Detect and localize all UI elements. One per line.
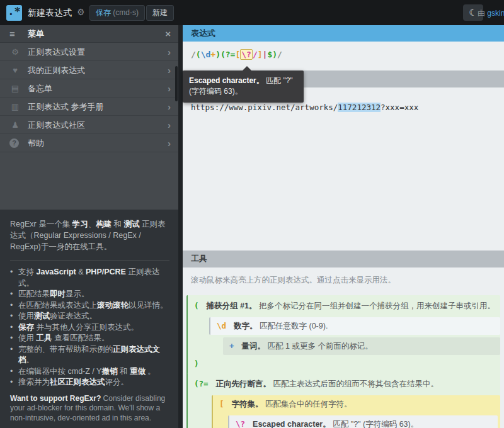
chevron-right-icon: ›: [168, 134, 171, 152]
menu-header: ≡ 菜单 ×: [0, 25, 178, 43]
list-item: 使用 工具 查看匹配结果。: [10, 333, 169, 344]
divider: [10, 260, 169, 261]
explain-box-charset: [字符集。 匹配集合中的任何字符。 \?Escaped character。 匹…: [212, 395, 500, 428]
explain-row-charset[interactable]: [字符集。 匹配集合中的任何字符。: [213, 395, 500, 413]
moon-icon: ☾: [469, 7, 477, 18]
help-icon: ?: [9, 138, 19, 148]
list-item: 在匹配结果或表达式上滚动滚轮以见详情。: [10, 300, 169, 312]
sidebar-scrollbar[interactable]: [175, 66, 178, 101]
explain-group-block: (捕获分组 #1。 把多个标记分在同一组并创建一个捕获分组，用来创建子串或引用。…: [186, 295, 500, 376]
save-button[interactable]: 保存 (cmd-s): [89, 5, 145, 21]
token-tooltip: Escaped character。 匹配 "?" (字符编码 63)。: [183, 70, 304, 103]
close-icon[interactable]: ×: [165, 25, 171, 43]
feature-list: 支持 JavaScript & PHP/PCRE 正则表达式。 匹配结果即时显示…: [10, 267, 169, 388]
explain-row-quantifier[interactable]: +量词。 匹配 1 或更多 个前面的标记。: [223, 337, 500, 355]
list-item: 在编辑器中按 cmd-Z / Y撤销 和 重做 。: [10, 366, 169, 378]
menu-title: 菜单: [28, 29, 44, 38]
expression-settings-gear-icon[interactable]: ⚙: [77, 7, 85, 17]
list-item: 支持 JavaScript & PHP/PCRE 正则表达式。: [10, 267, 169, 289]
list-item: 使用测试验证表达式。: [10, 311, 169, 322]
tooltip-arrow-icon: [243, 66, 251, 70]
explain-box-digit: \d数字。 匹配任意数字 (0-9).: [209, 317, 500, 335]
sidebar-item-reference[interactable]: ▥ 正则表达式 参考手册 ›: [0, 98, 178, 116]
regexr-app: .* 新建表达式 ⚙ 保存 (cmd-s) 新建 ☾ 由 gskin ≡ 菜单 …: [0, 0, 504, 428]
tools-hint: 滚动鼠标来高亮上方的正则表达式。通过点击来显示用法。: [191, 275, 396, 286]
sidebar-menu: ≡ 菜单 × ⚙ 正则表达式设置 › ♥ 我的正则表达式 › ▤ 备忘单 › ▥…: [0, 25, 178, 428]
heart-icon: ♥: [9, 61, 21, 79]
list-item: 完整的、带有帮助和示例的正则表达式文档。: [10, 344, 169, 366]
explain-row-lookahead[interactable]: (?=正向先行断言。 匹配主表达式后面的组而不将其包含在结果中。: [188, 375, 500, 393]
chevron-right-icon: ›: [168, 98, 171, 116]
explain-box-quantifier: +量词。 匹配 1 或更多 个前面的标记。: [223, 337, 500, 355]
sidebar-item-community[interactable]: ♟ 正则表达式社区 ›: [0, 116, 178, 134]
expression-input[interactable]: /(\d+)(?=[\?/]|$)/: [191, 50, 282, 59]
tools-panel-header: 工具: [183, 251, 504, 268]
new-button[interactable]: 新建: [146, 5, 174, 21]
explain-box-escaped: \?Escaped character。 匹配 "?" (字符编码 63)。: [228, 415, 498, 428]
list-item: 搜索并为社区正则表达式评分。: [10, 377, 169, 388]
text-editor[interactable]: https://www.pixiv.net/artworks/117212312…: [183, 87, 504, 251]
expression-editor[interactable]: /(\d+)(?=[\?/]|$)/: [183, 42, 504, 70]
explain-row-group-close[interactable]: ): [188, 355, 500, 373]
gear-icon: ⚙: [9, 43, 21, 61]
sidebar-item-help[interactable]: ? 帮助 ›: [0, 134, 178, 152]
top-bar: .* 新建表达式 ⚙ 保存 (cmd-s) 新建 ☾ 由 gskin: [0, 0, 504, 25]
page-title: 新建表达式: [28, 8, 72, 19]
list-item: 保存 并与其他人分享正则表达式。: [10, 322, 169, 334]
byline: 由 gskin: [478, 8, 504, 19]
cheatsheet-icon: ▤: [9, 79, 21, 98]
main-content: 表达式 /(\d+)(?=[\?/]|$)/ 文本 https://www.pi…: [183, 25, 504, 428]
regexr-logo-icon[interactable]: .*: [6, 5, 22, 21]
chevron-right-icon: ›: [168, 43, 171, 61]
text-input[interactable]: https://www.pixiv.net/artworks/117212312…: [191, 103, 418, 112]
author-link[interactable]: gskin: [487, 9, 504, 18]
explain-row-digit[interactable]: \d数字。 匹配任意数字 (0-9).: [210, 317, 500, 335]
chevron-right-icon: ›: [168, 116, 171, 134]
sidebar-item-my-patterns[interactable]: ♥ 我的正则表达式 ›: [0, 61, 178, 79]
sidebar-item-settings[interactable]: ⚙ 正则表达式设置 ›: [0, 43, 178, 61]
explain-row-escaped[interactable]: \?Escaped character。 匹配 "?" (字符编码 63)。: [229, 415, 498, 428]
menu-list-icon: ≡: [9, 25, 15, 43]
expression-panel-header: 表达式: [183, 25, 504, 42]
sidebar-description: RegExr 是一个集 学习、构建 和 测试 正则表达式（Regular Exp…: [0, 210, 178, 428]
tools-panel: 滚动鼠标来高亮上方的正则表达式。通过点击来显示用法。 (捕获分组 #1。 把多个…: [183, 268, 504, 428]
sidebar-item-cheatsheet[interactable]: ▤ 备忘单 ›: [0, 79, 178, 98]
chevron-right-icon: ›: [168, 79, 171, 98]
chevron-right-icon: ›: [168, 61, 171, 79]
community-icon: ♟: [9, 116, 21, 134]
explain-row-group-open[interactable]: (捕获分组 #1。 把多个标记分在同一组并创建一个捕获分组，用来创建子串或引用。: [188, 297, 500, 315]
sidebar-main-divider: [178, 25, 183, 428]
book-icon: ▥: [9, 98, 21, 116]
ad-notice: Want to support RegExr? Consider disabli…: [10, 394, 168, 424]
explain-lookahead-block: (?=正向先行断言。 匹配主表达式后面的组而不将其包含在结果中。 [字符集。 匹…: [186, 373, 500, 428]
list-item: 匹配结果即时显示。: [10, 289, 169, 300]
intro-paragraph: RegExr 是一个集 学习、构建 和 测试 正则表达式（Regular Exp…: [10, 218, 169, 252]
